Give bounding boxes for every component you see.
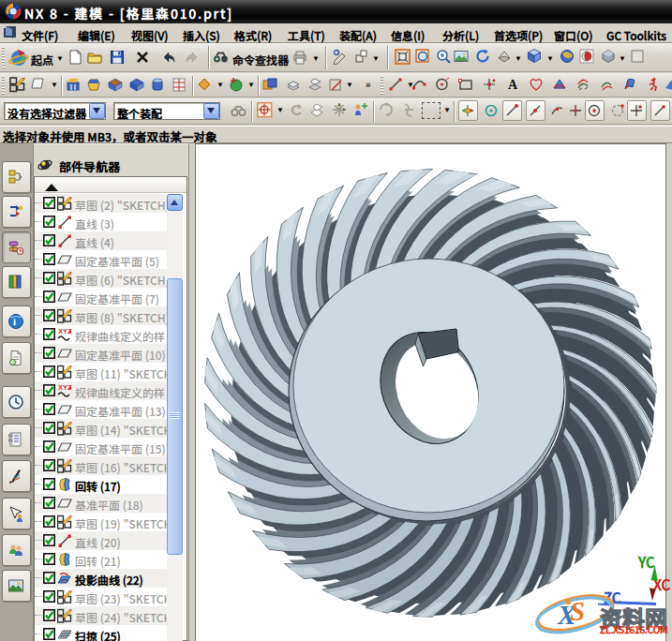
svg-text:i: i (13, 316, 16, 327)
svg-text:A: A (508, 78, 518, 92)
